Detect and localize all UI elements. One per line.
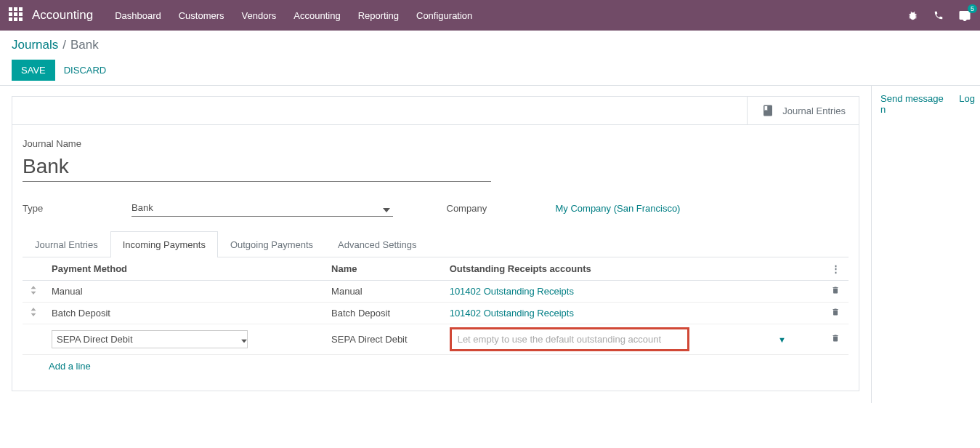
type-select[interactable]: Bank [131, 199, 393, 217]
cell-method: Manual [44, 281, 324, 303]
table-row-editing[interactable]: SEPA Direct Debit SEPA Direct Debit [23, 324, 849, 355]
app-launcher-icon[interactable] [9, 7, 25, 23]
breadcrumb-current: Bank [70, 38, 99, 52]
actions-row: Save Discard [12, 60, 968, 81]
drag-handle-icon[interactable] [23, 281, 44, 303]
chat-icon[interactable]: 5 [958, 9, 971, 22]
cell-account-link[interactable]: 101402 Outstanding Receipts [450, 286, 574, 297]
company-value[interactable]: My Company (San Francisco) [556, 203, 681, 214]
th-method: Payment Method [44, 257, 324, 281]
nav-configuration[interactable]: Configuration [416, 10, 472, 21]
tab-journal-entries[interactable]: Journal Entries [23, 231, 110, 257]
nav-dashboard[interactable]: Dashboard [115, 10, 161, 21]
top-nav: Accounting Dashboard Customers Vendors A… [0, 0, 980, 31]
payment-methods-table: Payment Method Name Outstanding Receipts… [23, 257, 849, 355]
tab-outgoing-payments[interactable]: Outgoing Payments [218, 231, 325, 257]
tabs: Journal Entries Incoming Payments Outgoi… [23, 231, 849, 257]
table-row[interactable]: Batch Deposit Batch Deposit 101402 Outst… [23, 303, 849, 324]
table-row[interactable]: Manual Manual 101402 Outstanding Receipt… [23, 281, 849, 303]
nav-vendors[interactable]: Vendors [242, 10, 277, 21]
tab-advanced-settings[interactable]: Advanced Settings [325, 231, 429, 257]
th-kebab-icon[interactable]: ⋮ [822, 257, 849, 281]
nav-menu: Dashboard Customers Vendors Accounting R… [115, 10, 906, 21]
discard-button[interactable]: Discard [64, 65, 107, 76]
company-field: Company My Company (San Francisco) [447, 199, 849, 217]
delete-icon[interactable] [822, 303, 849, 324]
delete-icon[interactable] [822, 324, 849, 355]
breadcrumb: Journals / Bank [12, 38, 968, 52]
dropdown-arrow-icon[interactable]: ▼ [778, 335, 815, 344]
journal-name-label: Journal Name [23, 138, 849, 149]
add-line-link[interactable]: Add a line [23, 355, 849, 383]
side-panel: Send message Log n [871, 86, 980, 403]
cell-name: Manual [324, 281, 442, 303]
type-field: Type Bank [23, 199, 425, 217]
th-accounts: Outstanding Receipts accounts [442, 257, 822, 281]
main-layout: Journal Entries Journal Name Type Bank [0, 86, 980, 403]
delete-icon[interactable] [822, 281, 849, 303]
th-name: Name [324, 257, 442, 281]
nav-customers[interactable]: Customers [179, 10, 224, 21]
breadcrumb-bar: Journals / Bank Save Discard [0, 31, 980, 86]
tab-incoming-payments[interactable]: Incoming Payments [110, 231, 218, 257]
send-message-link[interactable]: Send message [880, 93, 944, 104]
method-select[interactable]: SEPA Direct Debit [52, 330, 251, 348]
two-col-row: Type Bank Company My Company (San Franci… [23, 199, 849, 217]
nav-accounting[interactable]: Accounting [293, 10, 340, 21]
company-label: Company [447, 203, 556, 214]
sheet-body: Journal Name Type Bank Compan [12, 125, 859, 391]
form-area: Journal Entries Journal Name Type Bank [0, 86, 871, 403]
stat-journal-entries[interactable]: Journal Entries [747, 97, 859, 124]
stat-journal-entries-label: Journal Entries [782, 105, 846, 116]
type-value: Bank [131, 199, 393, 216]
drag-handle-icon[interactable] [23, 303, 44, 324]
form-sheet: Journal Entries Journal Name Type Bank [12, 96, 859, 391]
breadcrumb-separator: / [62, 38, 66, 52]
cell-method: Batch Deposit [44, 303, 324, 324]
save-button[interactable]: Save [12, 60, 55, 81]
phone-icon[interactable] [932, 9, 945, 22]
cell-name: Batch Deposit [324, 303, 442, 324]
type-label: Type [23, 203, 131, 214]
app-title[interactable]: Accounting [32, 8, 93, 23]
th-drag [23, 257, 44, 281]
bug-icon[interactable] [906, 9, 919, 22]
nav-icons: 5 [906, 9, 971, 22]
breadcrumb-root[interactable]: Journals [12, 38, 58, 52]
chat-badge: 5 [968, 4, 977, 13]
book-icon [761, 104, 775, 117]
method-select-value: SEPA Direct Debit [52, 330, 248, 348]
cell-account-link[interactable]: 101402 Outstanding Receipts [450, 308, 574, 319]
nav-reporting[interactable]: Reporting [358, 10, 399, 21]
cell-name-editing: SEPA Direct Debit [324, 324, 442, 355]
drag-handle-empty [23, 324, 44, 355]
outstanding-account-input[interactable] [450, 327, 689, 351]
journal-name-input[interactable] [23, 152, 491, 182]
caret-down-icon [383, 204, 390, 215]
stat-buttons: Journal Entries [12, 97, 859, 125]
